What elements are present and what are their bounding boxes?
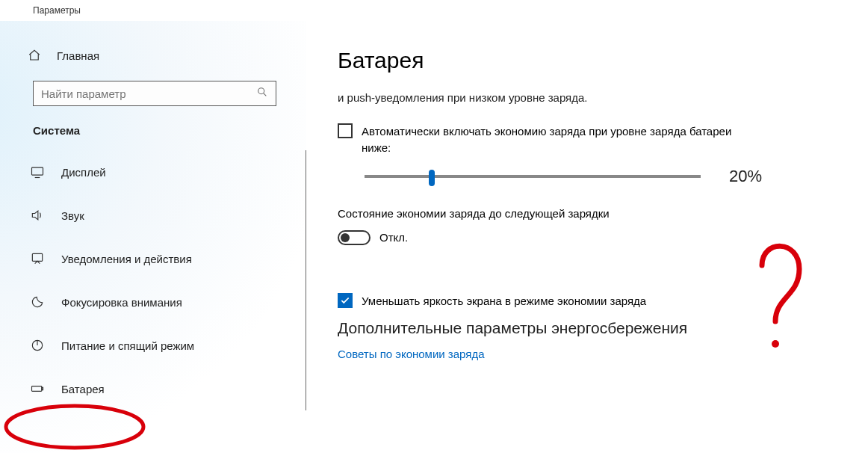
sidebar-item-label: Фокусировка внимания — [61, 296, 182, 309]
search-input[interactable] — [41, 87, 256, 100]
slider-value: 20% — [729, 167, 762, 186]
sidebar: Главная Система Дисплей — [0, 21, 306, 453]
auto-saver-checkbox[interactable] — [338, 123, 353, 138]
dim-checkbox[interactable] — [338, 293, 353, 308]
search-icon — [256, 86, 268, 101]
saver-toggle-row: Откл. — [338, 230, 859, 245]
home-label: Главная — [57, 49, 99, 62]
main-content: Батарея и push-уведомления при низком ур… — [306, 21, 868, 453]
sound-icon — [30, 208, 52, 223]
sidebar-item-display[interactable]: Дисплей — [25, 150, 306, 194]
auto-saver-label: Автоматически включать экономию заряда п… — [362, 123, 756, 156]
sidebar-group-title: Система — [33, 124, 306, 137]
svg-rect-4 — [32, 253, 42, 261]
page-subtitle: и push-уведомления при низком уровне зар… — [338, 91, 859, 104]
display-icon — [30, 164, 52, 179]
svg-rect-8 — [42, 387, 43, 389]
sidebar-item-power[interactable]: Питание и спящий режим — [25, 324, 306, 367]
saver-threshold-slider[interactable] — [365, 175, 701, 178]
svg-line-1 — [264, 93, 267, 96]
focus-icon — [30, 295, 52, 309]
slider-thumb[interactable] — [429, 170, 435, 186]
saver-state-label: Состояние экономии заряда до следующей з… — [338, 207, 859, 220]
sidebar-nav: Дисплей Звук Уведомления и действия — [25, 150, 306, 410]
svg-rect-2 — [32, 167, 43, 175]
sidebar-item-label: Звук — [61, 209, 84, 222]
home-nav[interactable]: Главная — [25, 40, 306, 70]
sidebar-item-sound[interactable]: Звук — [25, 194, 306, 237]
svg-point-0 — [258, 88, 264, 94]
saver-toggle[interactable] — [338, 230, 371, 245]
sidebar-item-label: Питание и спящий режим — [61, 339, 194, 352]
sidebar-item-label: Уведомления и действия — [61, 253, 192, 265]
search-input-wrap[interactable] — [33, 81, 276, 106]
window-title: Параметры — [0, 0, 868, 21]
dim-row: Уменьшать яркость экрана в режиме эконом… — [338, 293, 756, 309]
sidebar-item-label: Батарея — [61, 383, 105, 395]
toggle-knob — [341, 233, 350, 242]
sidebar-item-label: Дисплей — [61, 166, 106, 179]
page-title: Батарея — [338, 48, 859, 73]
tips-link[interactable]: Советы по экономии заряда — [338, 348, 484, 360]
sidebar-item-notifications[interactable]: Уведомления и действия — [25, 237, 306, 280]
saver-threshold-slider-wrap: 20% — [365, 167, 859, 186]
battery-icon — [30, 381, 52, 396]
notifications-icon — [30, 251, 52, 266]
sidebar-item-focus[interactable]: Фокусировка внимания — [25, 280, 306, 324]
saver-toggle-label: Откл. — [379, 231, 408, 244]
auto-saver-row: Автоматически включать экономию заряда п… — [338, 123, 756, 156]
extra-section-heading: Дополнительные параметры энергосбережени… — [338, 319, 859, 337]
power-icon — [30, 338, 52, 353]
dim-label: Уменьшать яркость экрана в режиме эконом… — [362, 293, 646, 309]
sidebar-item-battery[interactable]: Батарея — [25, 367, 306, 410]
svg-rect-7 — [32, 386, 42, 392]
home-icon — [25, 49, 43, 62]
